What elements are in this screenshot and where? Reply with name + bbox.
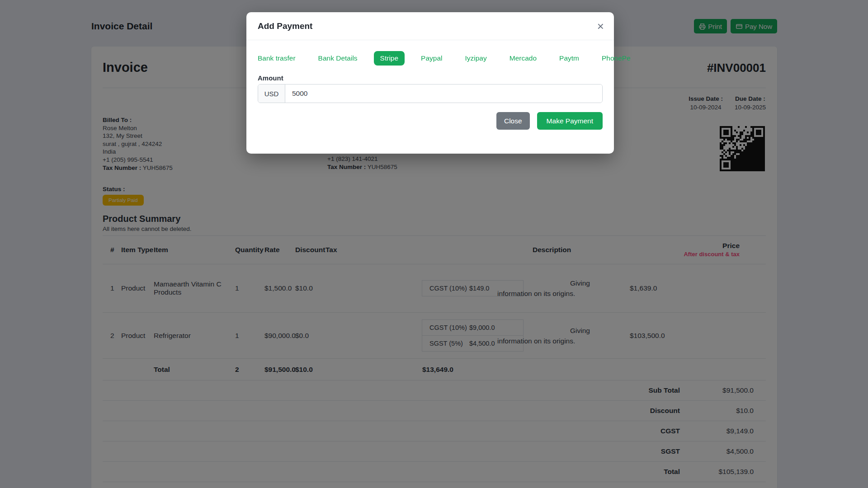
add-payment-modal: Add Payment × Bank trasfer Bank Details … xyxy=(246,12,614,154)
tab-phonepe[interactable]: PhonePe xyxy=(595,51,637,66)
modal-actions: Close Make Payment xyxy=(258,112,603,130)
amount-label: Amount xyxy=(258,74,603,82)
tab-iyzipay[interactable]: Iyzipay xyxy=(458,51,493,66)
modal-body: Bank trasfer Bank Details Stripe Paypal … xyxy=(246,40,614,154)
modal-title: Add Payment xyxy=(258,21,312,31)
tab-paytm[interactable]: Paytm xyxy=(553,51,585,66)
tab-bank-details[interactable]: Bank Details xyxy=(312,51,364,66)
tab-mercado[interactable]: Mercado xyxy=(503,51,543,66)
amount-input[interactable] xyxy=(285,84,602,103)
modal-header: Add Payment × xyxy=(246,12,614,40)
tab-bank-transfer[interactable]: Bank trasfer xyxy=(251,51,302,66)
amount-input-group: USD xyxy=(258,84,603,103)
tab-paypal[interactable]: Paypal xyxy=(415,51,448,66)
currency-addon: USD xyxy=(258,84,285,103)
close-icon[interactable]: × xyxy=(597,22,604,31)
payment-method-tabs: Bank trasfer Bank Details Stripe Paypal … xyxy=(251,51,603,66)
close-button[interactable]: Close xyxy=(496,112,530,130)
make-payment-button[interactable]: Make Payment xyxy=(537,112,603,130)
tab-stripe[interactable]: Stripe xyxy=(374,51,405,66)
